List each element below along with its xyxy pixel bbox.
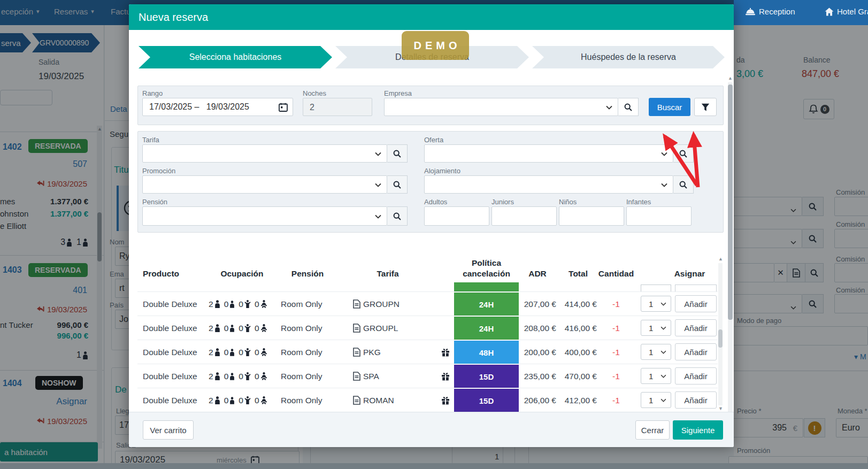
pension-search-button[interactable]	[387, 206, 408, 226]
chevron-down-icon	[660, 374, 666, 378]
adultos-input[interactable]	[424, 206, 489, 226]
col-pension: Pensión	[281, 268, 334, 279]
tarifa-select[interactable]	[142, 144, 387, 163]
noches-input[interactable]: 2	[303, 98, 372, 116]
child-icon	[244, 372, 251, 380]
pension-select[interactable]	[142, 206, 387, 226]
infant-icon	[260, 324, 267, 332]
gift-icon	[441, 372, 450, 381]
oferta-select[interactable]	[424, 144, 673, 163]
promocion-select[interactable]	[142, 175, 387, 194]
juniors-input[interactable]	[491, 206, 557, 226]
quantity-select[interactable]: 1	[641, 392, 671, 408]
anadir-button[interactable]: Añadir	[675, 391, 717, 409]
nav-item-reception[interactable]: Reception	[745, 7, 795, 16]
promocion-search-button[interactable]	[387, 175, 408, 194]
product-cell: Double Deluxe	[143, 292, 197, 316]
occupancy-item: 0	[239, 372, 251, 381]
table-row: Double Deluxe2000Room OnlyGROUPN24H207,0…	[137, 291, 718, 316]
anadir-button[interactable]: Añadir	[675, 295, 717, 312]
oferta-search-button[interactable]	[673, 144, 694, 163]
tarifa-cell: SPA	[353, 364, 379, 388]
calendar-icon[interactable]	[279, 103, 288, 112]
cerrar-button[interactable]: Cerrar	[635, 420, 670, 440]
anadir-button[interactable]: Añadir	[675, 319, 717, 336]
quantity-select[interactable]: 1	[641, 296, 671, 312]
child-icon	[244, 348, 251, 356]
scrollbar-thumb[interactable]	[718, 329, 723, 348]
modal-scrollbar[interactable]	[728, 82, 733, 422]
tarifa-search-button[interactable]	[387, 144, 408, 163]
policy-badge: 48H	[454, 341, 519, 364]
chevron-down-icon	[375, 152, 381, 156]
pension-cell: Room Only	[281, 292, 322, 316]
nav-item-hotel[interactable]: Hotel Gran	[825, 7, 868, 16]
chevron-down-icon	[375, 214, 381, 219]
anadir-button[interactable]: Añadir	[675, 367, 717, 385]
alojamiento-search-button[interactable]	[673, 175, 694, 194]
modal-header: Nueva reserva	[129, 4, 734, 30]
child-icon	[244, 300, 251, 308]
ninos-input[interactable]	[559, 206, 624, 226]
empresa-search-button[interactable]	[618, 98, 639, 116]
adr-cell: 235,00 €	[519, 364, 556, 388]
partial-add-button[interactable]	[675, 285, 717, 291]
juniors-label: Juniors	[491, 198, 514, 206]
col-cantidad: Cantidad	[595, 268, 637, 279]
occupancy-item: 0	[224, 396, 235, 405]
nueva-reserva-modal: Nueva reserva Selecciona habitaciones De…	[129, 4, 734, 447]
date-range-input[interactable]: 17/03/2025 – 19/03/2025	[142, 98, 293, 116]
modal-footer: Ver carrito Cerrar Siguiente	[129, 412, 734, 447]
occupancy-item: 0	[224, 348, 235, 357]
ver-carrito-button[interactable]: Ver carrito	[143, 420, 194, 440]
occupancy-item: 0	[255, 299, 267, 309]
table-row: Double Deluxe2000Room OnlySPA15D235,00 €…	[137, 364, 718, 388]
scrollbar-thumb[interactable]	[728, 84, 733, 320]
junior-icon	[229, 325, 235, 332]
occupancy-item: 2	[209, 348, 220, 357]
occupancy-item: 0	[224, 324, 235, 333]
table-scroll-down-icon[interactable]: ▼	[718, 406, 723, 411]
home-icon	[825, 7, 834, 16]
infantes-input[interactable]	[626, 206, 692, 226]
quantity-select[interactable]: 1	[641, 344, 671, 360]
table-scrollbar[interactable]	[718, 263, 723, 405]
product-cell: Double Deluxe	[143, 316, 197, 340]
alojamiento-select[interactable]	[424, 175, 673, 194]
quantity-select[interactable]: 1	[641, 368, 671, 384]
product-cell: Double Deluxe	[143, 388, 197, 412]
junior-icon	[229, 397, 235, 404]
occupancy-item: 0	[239, 348, 251, 357]
occupancy-item: 2	[209, 324, 220, 333]
document-icon	[353, 324, 360, 333]
col-total: Total	[559, 268, 597, 279]
partial-qty-select[interactable]	[641, 285, 671, 291]
anadir-button[interactable]: Añadir	[675, 343, 717, 360]
child-icon	[244, 324, 251, 332]
siguiente-button[interactable]: Siguiente	[673, 420, 723, 440]
table-scroll-up-icon[interactable]: ▲	[718, 257, 723, 262]
quantity-select[interactable]: 1	[641, 320, 671, 336]
noches-label: Noches	[303, 89, 326, 97]
chevron-down-icon	[660, 326, 666, 330]
alojamiento-label: Alojamiento	[424, 167, 460, 175]
empresa-label: Empresa	[384, 89, 412, 97]
adult-icon	[214, 396, 220, 404]
step-huespedes-de-la-reserva[interactable]: Huéspedes de la reserva	[532, 46, 725, 68]
infantes-label: Infantes	[626, 198, 651, 206]
table-row: Double Deluxe2000Room OnlyGROUPL24H208,0…	[137, 316, 718, 340]
buscar-button[interactable]: Buscar	[649, 98, 690, 116]
cantidad-cell: -1	[595, 340, 637, 364]
top-navbar-right: Reception Hotel Gran	[734, 0, 868, 25]
tarifa-cell: GROUPL	[353, 316, 398, 340]
gift-cell	[441, 340, 450, 364]
modal-scroll-up-icon[interactable]: ▲	[728, 76, 733, 81]
tarifa-label: Tarifa	[142, 136, 159, 144]
search-icon	[679, 181, 687, 189]
empresa-select[interactable]	[384, 98, 618, 116]
filter-button[interactable]	[694, 98, 717, 116]
partial-policy-badge	[454, 282, 519, 291]
policy-badge: 15D	[454, 365, 519, 388]
chevron-down-icon	[375, 183, 381, 187]
step-selecciona-habitaciones[interactable]: Selecciona habitaciones	[139, 46, 332, 68]
